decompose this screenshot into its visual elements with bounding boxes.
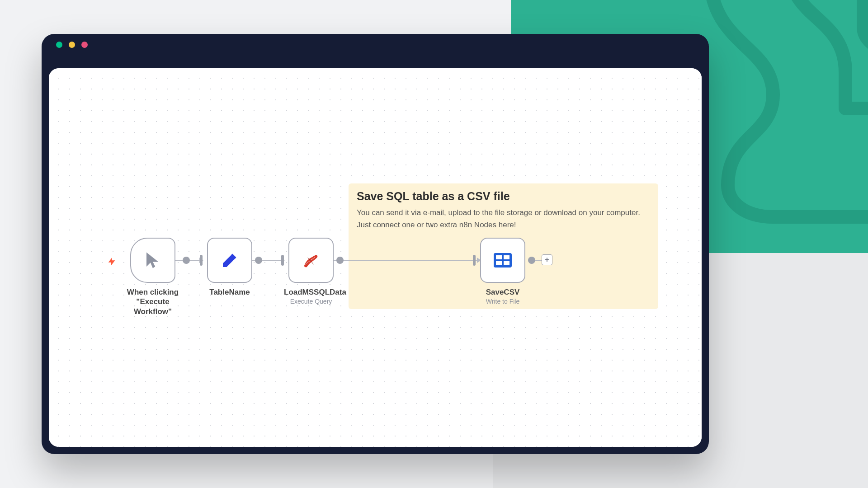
- sticky-note-line2: Just connect one or two extra n8n Nodes …: [357, 219, 650, 231]
- node-savecsv-label: SaveCSV: [476, 287, 530, 297]
- node-loadmssqldata[interactable]: LoadMSSQLData Execute Query: [284, 238, 338, 305]
- canvas-container: Save SQL table as a CSV file You can sen…: [49, 68, 702, 447]
- node-tablename-port-in[interactable]: [200, 255, 203, 266]
- mssql-icon: [301, 250, 321, 270]
- node-tablename-port-out[interactable]: [255, 257, 262, 264]
- svg-rect-3: [496, 261, 502, 265]
- lightning-icon: [107, 257, 117, 267]
- node-loadmssqldata-port-in[interactable]: [281, 255, 284, 266]
- workflow-canvas[interactable]: Save SQL table as a CSV file You can sen…: [49, 68, 702, 447]
- svg-rect-0: [494, 253, 512, 267]
- pencil-icon: [221, 251, 239, 269]
- node-trigger-port-out[interactable]: [183, 257, 190, 264]
- spreadsheet-icon: [493, 251, 513, 269]
- sticky-note-title: Save SQL table as a CSV file: [357, 190, 650, 203]
- node-loadmssqldata-label: LoadMSSQLData: [284, 287, 338, 297]
- svg-rect-4: [504, 261, 509, 265]
- sticky-note-line1: You can send it via e-mail, upload to th…: [357, 206, 650, 219]
- plus-icon: +: [545, 256, 549, 264]
- window-titlebar: [42, 34, 709, 56]
- node-loadmssqldata-box[interactable]: [288, 238, 334, 283]
- app-window: Save SQL table as a CSV file You can sen…: [42, 34, 709, 454]
- node-savecsv-port-out[interactable]: [528, 257, 535, 264]
- node-tablename-box[interactable]: [207, 238, 252, 283]
- add-node-button[interactable]: +: [542, 254, 552, 265]
- node-loadmssqldata-sub: Execute Query: [284, 298, 338, 305]
- edge-loadmssql-to-savecsv[interactable]: [334, 260, 480, 261]
- node-savecsv-port-in[interactable]: [473, 255, 476, 266]
- node-trigger-label: When clicking "Execute Workflow": [121, 287, 184, 316]
- node-savecsv[interactable]: SaveCSV Write to File: [476, 238, 530, 305]
- node-tablename-label: TableName: [203, 287, 257, 297]
- window-control-close[interactable]: [56, 42, 62, 48]
- node-loadmssqldata-port-out[interactable]: [336, 257, 344, 264]
- cursor-icon: [143, 251, 162, 270]
- node-savecsv-box[interactable]: [480, 238, 525, 283]
- node-trigger[interactable]: When clicking "Execute Workflow": [121, 238, 184, 316]
- window-control-minimize[interactable]: [69, 42, 75, 48]
- node-trigger-box[interactable]: [130, 238, 175, 283]
- svg-rect-2: [504, 255, 509, 259]
- node-tablename[interactable]: TableName: [203, 238, 257, 297]
- svg-rect-1: [496, 255, 502, 259]
- node-savecsv-sub: Write to File: [476, 298, 530, 305]
- window-control-zoom[interactable]: [81, 42, 88, 48]
